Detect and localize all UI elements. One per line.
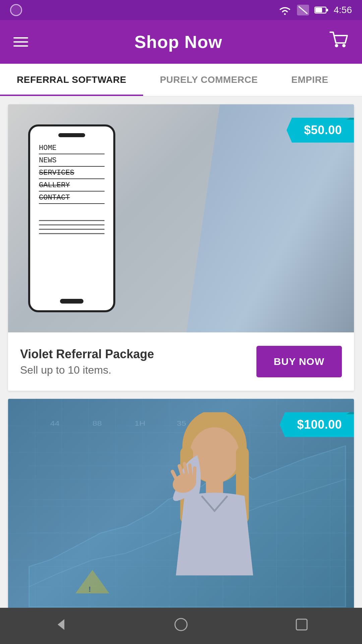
status-bar: 4:56 — [0, 0, 362, 20]
app-bar: Shop Now — [0, 20, 362, 64]
phone-line-3 — [39, 229, 105, 230]
product-desc-1: Sell up to 10 items. — [20, 364, 256, 376]
phone-menu-items: HOME NEWS SERVICES GALLERY CONTACT — [36, 144, 108, 217]
svg-text:!: ! — [88, 585, 91, 593]
price-badge-1: $50.00 — [287, 118, 354, 143]
price-badge-2: $100.00 — [280, 412, 354, 437]
status-bar-right: 4:56 — [278, 5, 352, 15]
product-text-1: Violet Referral Package Sell up to 10 it… — [20, 347, 256, 376]
home-button[interactable] — [160, 612, 202, 640]
svg-line-28 — [194, 468, 195, 479]
buy-now-button-1[interactable]: BUY NOW — [256, 346, 342, 377]
phone-home-button — [60, 299, 83, 304]
tab-bar: REFERRAL SOFTWARE PURELY COMMERCE EMPIRE — [0, 64, 362, 96]
phone-content-lines — [36, 220, 108, 293]
svg-point-6 — [342, 44, 346, 47]
phone-line-4 — [39, 233, 105, 234]
tab-empire[interactable]: EMPIRE — [275, 64, 345, 96]
product-card-1: HOME NEWS SERVICES GALLERY CONTACT $50.0… — [8, 104, 354, 391]
product-list: HOME NEWS SERVICES GALLERY CONTACT $50.0… — [0, 96, 362, 627]
svg-line-26 — [184, 464, 186, 475]
phone-menu-gallery: GALLERY — [39, 181, 105, 192]
app-title: Shop Now — [134, 32, 222, 52]
menu-icon[interactable] — [13, 37, 28, 47]
battery-icon — [314, 6, 328, 14]
phone-menu-services: SERVICES — [39, 169, 105, 179]
menu-line-2 — [13, 41, 28, 43]
nav-bar — [0, 608, 362, 644]
svg-point-5 — [335, 44, 338, 47]
cart-icon[interactable] — [328, 31, 349, 53]
menu-line-3 — [13, 45, 28, 47]
product-name-1: Violet Referral Package — [20, 347, 256, 361]
svg-rect-32 — [296, 619, 307, 630]
wifi-icon — [278, 5, 292, 15]
svg-rect-4 — [315, 8, 322, 12]
phone-menu-home: HOME — [39, 144, 105, 154]
phone-camera-bar — [58, 133, 85, 137]
svg-rect-3 — [326, 9, 328, 11]
phone-menu-contact: CONTACT — [39, 194, 105, 204]
recent-apps-button[interactable] — [281, 612, 322, 640]
svg-line-27 — [190, 465, 191, 476]
product-image-1: HOME NEWS SERVICES GALLERY CONTACT $50.0… — [8, 104, 354, 332]
tab-purely-commerce[interactable]: PURELY COMMERCE — [143, 64, 275, 96]
product-info-1: Violet Referral Package Sell up to 10 it… — [8, 332, 354, 391]
status-time: 4:56 — [334, 5, 352, 15]
tab-referral-software[interactable]: REFERRAL SOFTWARE — [0, 64, 143, 96]
phone-line-2 — [39, 224, 105, 225]
product-card-2: 44 88 1H 35 83 ! — [8, 399, 354, 627]
svg-line-29 — [173, 472, 177, 480]
signal-icon — [297, 5, 309, 15]
menu-line-1 — [13, 37, 28, 39]
woman-figure — [131, 412, 298, 627]
phone-menu-news: NEWS — [39, 156, 105, 167]
svg-point-31 — [175, 619, 187, 631]
svg-text:88: 88 — [93, 420, 102, 427]
phone-line-1 — [39, 220, 105, 221]
status-bar-left — [10, 4, 22, 16]
phone-mockup: HOME NEWS SERVICES GALLERY CONTACT — [28, 124, 115, 312]
back-button[interactable] — [40, 612, 81, 640]
svg-marker-30 — [58, 619, 64, 630]
svg-text:44: 44 — [50, 420, 60, 427]
product-image-2: 44 88 1H 35 83 ! — [8, 399, 354, 627]
status-icon — [10, 4, 22, 16]
